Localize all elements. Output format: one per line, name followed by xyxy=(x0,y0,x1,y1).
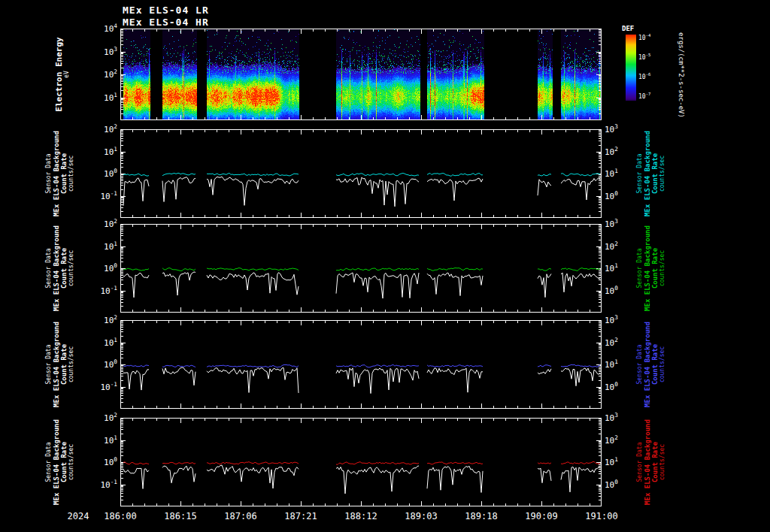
colorbar-title: DEF xyxy=(622,25,634,32)
panel-3-left-tick-3: 10-1 xyxy=(100,382,117,391)
spectrogram-y-tick-2: 102 xyxy=(104,70,117,80)
colorbar-unit-label: ergs/(cm**2-s-sec-eV) xyxy=(678,32,685,118)
panel-3-left-tick-2: 100 xyxy=(104,360,117,370)
spectrogram-y-tick-1: 103 xyxy=(104,47,117,56)
spectrogram-y-tick-3: 101 xyxy=(104,92,117,102)
panel-4-left-axis-label: Sensor DataMEx ELS-04 BackgroundCount Ra… xyxy=(45,419,75,505)
panel-4-right-axis-label: Sensor DataMEx ELS-04 BackgroundCount Ra… xyxy=(636,419,666,505)
panel-2-right-tick-3: 100 xyxy=(605,286,618,295)
panel-1-right-tick-0: 103 xyxy=(605,125,618,135)
panel-1-left-axis-label: Sensor DataMEx ELS-04 BackgroundCount Ra… xyxy=(45,131,75,216)
panel-3-right-tick-2: 101 xyxy=(605,360,618,370)
panel-1-right-tick-1: 102 xyxy=(605,147,618,156)
count-rate-panel-cyan-canvas xyxy=(120,129,602,218)
panel-1-left-tick-2: 100 xyxy=(104,169,117,179)
panel-2-left-tick-0: 102 xyxy=(104,219,117,229)
panel-1-left-tick-1: 101 xyxy=(104,147,117,156)
x-axis-tick-4: 188:12 xyxy=(344,511,377,521)
panel-2-right-tick-2: 101 xyxy=(605,264,618,274)
plot-title-lr: MEx ELS-04 LR xyxy=(123,5,209,16)
panel-4-left-tick-2: 100 xyxy=(104,458,117,467)
panel-2-right-tick-1: 102 xyxy=(605,241,618,251)
panel-3-left-axis-label: Sensor DataMEx ELS-04 BackgroundCount Ra… xyxy=(45,322,75,407)
x-axis-tick-3: 187:21 xyxy=(284,511,317,521)
panel-3-right-tick-3: 100 xyxy=(605,382,618,391)
panel-1-left-tick-0: 102 xyxy=(104,125,117,135)
panel-3-right-axis-label: Sensor DataMEx ELS-04 BackgroundCount Ra… xyxy=(636,322,666,407)
plot-title-hr: MEx ELS-04 HR xyxy=(123,17,209,28)
panel-4-right-tick-2: 101 xyxy=(605,458,618,467)
x-axis-tick-6: 189:18 xyxy=(465,511,497,521)
panel-1-right-axis-label: Sensor DataMEx ELS-04 BackgroundCount Ra… xyxy=(636,131,666,216)
colorbar-tick-2: 10-6 xyxy=(638,74,650,80)
x-axis-year-label: 2024 xyxy=(68,511,89,521)
panel-2-left-tick-2: 100 xyxy=(104,264,117,274)
panel-1-right-tick-2: 101 xyxy=(605,169,618,179)
colorbar-tick-3: 10-7 xyxy=(638,93,650,100)
panel-2-right-tick-0: 103 xyxy=(605,219,618,229)
spectrogram-figure: MEx ELS-04 LR MEx ELS-04 HR DEF ergs/(cm… xyxy=(0,0,770,532)
x-axis-tick-7: 190:09 xyxy=(525,511,557,521)
panel-4-left-tick-3: 10-1 xyxy=(100,479,117,489)
panel-3-right-tick-0: 103 xyxy=(605,316,618,325)
x-axis-tick-0: 186:00 xyxy=(104,511,136,521)
panel-2-right-axis-label: Sensor DataMEx ELS-04 BackgroundCount Ra… xyxy=(636,225,666,311)
panel-4-right-tick-0: 103 xyxy=(605,413,618,423)
def-colorbar xyxy=(626,35,636,101)
panel-2-left-axis-label: Sensor DataMEx ELS-04 BackgroundCount Ra… xyxy=(45,225,75,311)
x-axis-tick-1: 186:15 xyxy=(164,511,196,521)
panel-4-left-tick-1: 101 xyxy=(104,435,117,445)
panel-2-left-tick-3: 10-1 xyxy=(100,286,117,295)
panel-2-left-tick-1: 101 xyxy=(104,241,117,251)
panel-4-right-tick-1: 102 xyxy=(605,435,618,445)
x-axis-tick-5: 189:03 xyxy=(405,511,437,521)
colorbar-tick-0: 10-4 xyxy=(638,35,650,41)
panel-3-left-tick-0: 102 xyxy=(104,316,117,325)
spectrogram-y-tick-0: 104 xyxy=(104,24,117,34)
panel-4-left-tick-0: 102 xyxy=(104,413,117,423)
panel-3-right-tick-1: 102 xyxy=(605,337,618,347)
count-rate-panel-green-canvas xyxy=(120,224,602,313)
panel-4-right-tick-3: 100 xyxy=(605,479,618,489)
electron-energy-spectrogram-canvas xyxy=(120,29,602,120)
panel-1-left-tick-3: 10-1 xyxy=(100,191,117,201)
colorbar-tick-1: 10-5 xyxy=(638,54,650,61)
panel-3-left-tick-1: 101 xyxy=(104,337,117,347)
count-rate-panel-red-canvas xyxy=(120,418,602,506)
x-axis-tick-2: 187:06 xyxy=(224,511,256,521)
panel-1-right-tick-3: 100 xyxy=(605,191,618,201)
count-rate-panel-blue-canvas xyxy=(120,320,602,409)
spectrogram-y-axis-label: Electron Energy eV xyxy=(56,37,71,111)
x-axis-tick-8: 191:00 xyxy=(585,511,617,521)
